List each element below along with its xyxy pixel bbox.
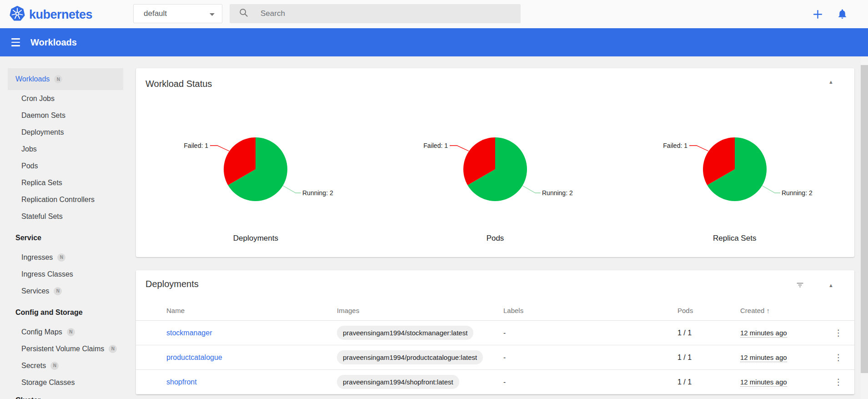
- pie-failed-label: Failed: 1: [663, 142, 687, 149]
- sidebar-section-service: Service: [0, 229, 130, 246]
- labels-cell: -: [503, 378, 677, 386]
- chart-title: Pods: [376, 234, 615, 243]
- main-content: Workload Status ▲ Failed: 1 Running: 2 D…: [130, 56, 861, 399]
- pods-cell: 1 / 1: [677, 354, 740, 362]
- workload-status-title: Workload Status: [136, 68, 854, 89]
- image-chip: praveensingam1994/stockmanager:latest: [337, 326, 473, 340]
- new-badge: N: [54, 75, 62, 83]
- new-badge: N: [67, 328, 75, 336]
- pods-cell: 1 / 1: [677, 329, 740, 337]
- created-cell: 12 minutes ago: [740, 329, 787, 338]
- sidebar-section-cluster: Cluster: [0, 392, 130, 399]
- col-header-labels: Labels: [503, 307, 677, 314]
- sidebar-item-persistent-volume-claims[interactable]: Persistent Volume Claims N: [0, 340, 130, 357]
- pie-chart-deployments: Failed: 1 Running: 2 Deployments: [136, 127, 376, 243]
- created-cell: 12 minutes ago: [740, 354, 787, 362]
- top-header: kubernetes default: [0, 0, 868, 28]
- brand-wordmark: kubernetes: [29, 8, 92, 22]
- scrollbar-thumb[interactable]: [861, 65, 868, 373]
- pie-chart-replica-sets: Failed: 1 Running: 2 Replica Sets: [615, 127, 854, 243]
- pie-failed-label: Failed: 1: [184, 142, 209, 149]
- sidebar-item-pods[interactable]: Pods: [0, 157, 130, 174]
- create-resource-button[interactable]: [812, 9, 823, 22]
- sidebar-item-secrets[interactable]: Secrets N: [0, 357, 130, 374]
- pie-chart-pods: Failed: 1 Running: 2 Pods: [376, 127, 615, 243]
- deployments-table: Name Images Labels Pods Created↑ stockma…: [136, 301, 854, 394]
- sidebar-item-jobs[interactable]: Jobs: [0, 141, 130, 157]
- sidebar-item-storage-classes[interactable]: Storage Classes: [0, 374, 130, 391]
- new-badge: N: [57, 253, 65, 262]
- search-input[interactable]: [261, 9, 497, 18]
- kubernetes-logo[interactable]: kubernetes: [10, 6, 92, 23]
- sort-arrow-icon: ↑: [766, 307, 770, 314]
- image-chip: praveensingam1994/shopfront:latest: [337, 375, 459, 389]
- sidebar-item-ingresses[interactable]: Ingresses N: [0, 249, 130, 266]
- row-menu-kebab-icon[interactable]: ⋮: [823, 378, 854, 386]
- pie-running-label: Running: 2: [542, 189, 573, 197]
- chart-title: Deployments: [136, 234, 376, 243]
- sidebar-nav: Workloads N Cron Jobs Daemon Sets Deploy…: [0, 56, 130, 399]
- deployment-name-link[interactable]: shopfront: [166, 378, 197, 386]
- deployment-name-link[interactable]: stockmanager: [166, 329, 212, 337]
- sidebar-item-replica-sets[interactable]: Replica Sets: [0, 174, 130, 191]
- sidebar-section-config-and-storage: Config and Storage: [0, 304, 130, 321]
- pie-failed-label: Failed: 1: [423, 142, 448, 149]
- col-header-pods: Pods: [677, 307, 740, 314]
- search-bar[interactable]: [230, 4, 521, 23]
- table-header-row: Name Images Labels Pods Created↑: [136, 301, 854, 321]
- sidebar-item-cron-jobs[interactable]: Cron Jobs: [0, 90, 130, 107]
- sidebar-item-deployments[interactable]: Deployments: [0, 124, 130, 141]
- sidebar-item-stateful-sets[interactable]: Stateful Sets: [0, 208, 130, 225]
- new-badge: N: [54, 287, 62, 295]
- table-row[interactable]: stockmanager praveensingam1994/stockmana…: [136, 321, 854, 345]
- col-header-name[interactable]: Name: [166, 307, 337, 314]
- collapse-arrow-icon[interactable]: ▲: [828, 79, 833, 85]
- new-badge: N: [109, 345, 117, 353]
- filter-icon[interactable]: [796, 281, 804, 291]
- kubernetes-wheel-icon: [10, 6, 25, 23]
- sidebar-item-ingress-classes[interactable]: Ingress Classes: [0, 266, 130, 283]
- search-icon: [239, 8, 249, 20]
- sidebar-item-config-maps[interactable]: Config Maps N: [0, 323, 130, 340]
- deployment-name-link[interactable]: productcatalogue: [166, 354, 222, 361]
- app-bar: Workloads: [0, 28, 868, 56]
- page-title: Workloads: [30, 37, 77, 48]
- image-chip: praveensingam1994/productcatalogue:lates…: [337, 350, 483, 364]
- deployments-card: Deployments ▲ Name Images Labels Pods Cr…: [136, 270, 854, 394]
- collapse-arrow-icon[interactable]: ▲: [828, 283, 833, 288]
- row-menu-kebab-icon[interactable]: ⋮: [823, 353, 854, 362]
- table-row[interactable]: productcatalogue praveensingam1994/produ…: [136, 345, 854, 370]
- deployments-title: Deployments: [136, 270, 854, 289]
- sidebar-item-daemon-sets[interactable]: Daemon Sets: [0, 107, 130, 124]
- pie-running-label: Running: 2: [782, 189, 813, 197]
- namespace-select[interactable]: default: [133, 4, 222, 23]
- workload-status-card: Workload Status ▲ Failed: 1 Running: 2 D…: [136, 68, 854, 257]
- vertical-scrollbar: [861, 56, 868, 399]
- notifications-bell-icon[interactable]: [837, 8, 848, 21]
- sidebar-item-replication-controllers[interactable]: Replication Controllers: [0, 191, 130, 208]
- labels-cell: -: [503, 329, 677, 337]
- sidebar-item-workloads[interactable]: Workloads N: [8, 68, 123, 90]
- row-menu-kebab-icon[interactable]: ⋮: [823, 328, 854, 337]
- menu-hamburger-icon[interactable]: [11, 38, 20, 46]
- sidebar-item-services[interactable]: Services N: [0, 283, 130, 299]
- labels-cell: -: [503, 354, 677, 362]
- namespace-value: default: [144, 9, 210, 18]
- new-badge: N: [50, 362, 59, 370]
- chart-title: Replica Sets: [615, 234, 854, 243]
- col-header-created[interactable]: Created↑: [740, 307, 823, 314]
- table-row[interactable]: shopfront praveensingam1994/shopfront:la…: [136, 370, 854, 394]
- created-cell: 12 minutes ago: [740, 378, 787, 387]
- pods-cell: 1 / 1: [677, 378, 740, 386]
- chevron-down-icon: [210, 10, 215, 18]
- col-header-images: Images: [337, 307, 503, 314]
- pie-running-label: Running: 2: [302, 189, 333, 197]
- workload-status-charts: Failed: 1 Running: 2 Deployments Failed:…: [136, 127, 854, 243]
